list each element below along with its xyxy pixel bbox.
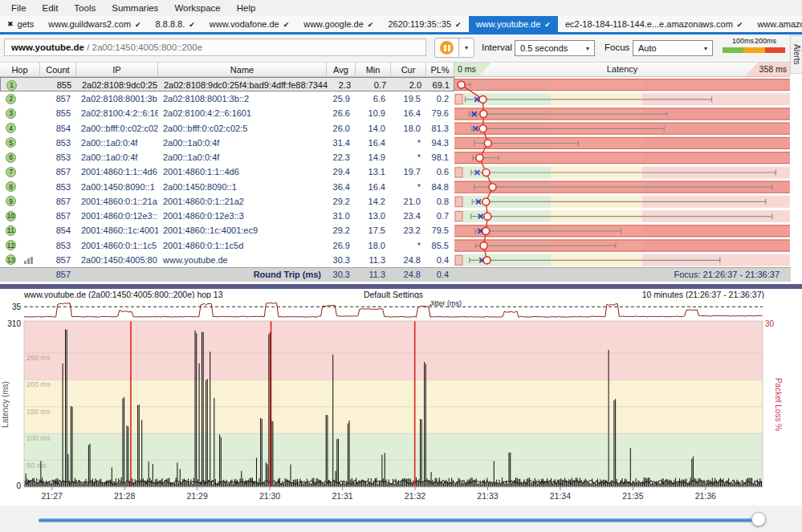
alerts-side-tab[interactable]: Alerts (790, 35, 802, 74)
focus-select[interactable]: Auto ▾ (633, 40, 713, 56)
trace-table-header: HopCountIPNameAvgMinCurPL% (0, 62, 454, 77)
tab-www-vodafone-de[interactable]: www.vodafone.de✔ (202, 16, 296, 32)
cell-min: 14.0 (356, 121, 391, 136)
jitter-chart: 35Jitter (ms) (0, 298, 802, 319)
interval-select[interactable]: 0.5 seconds ▾ (515, 40, 595, 56)
cell-ip: 2001:4860:1:1::4d6 (76, 164, 158, 179)
latency-whisker-chart (454, 77, 790, 267)
cell-pl: 79.5 (426, 223, 454, 238)
cell-pl: 98.1 (426, 150, 454, 164)
latency-timeline-chart: 250 ms200 ms150 ms100 ms50 ms310030Laten… (0, 319, 802, 506)
cell-count: 855 (40, 106, 76, 120)
latency-max-label: 358 ms (759, 64, 787, 74)
cell-ip: 2001:4860:0:1::1c5 (76, 238, 158, 253)
cell-min: 18.0 (356, 238, 391, 253)
pause-button[interactable] (434, 38, 459, 58)
cell-avg: 31.4 (327, 136, 356, 150)
tab-ec2-18-184-118-144-e-e-amazonaws-com[interactable]: ec2-18-184-118-144.e...e.amazonaws.com✔ (558, 16, 750, 32)
tab-www-amazon-c[interactable]: www.amazon.c (750, 16, 802, 32)
cell-avg: 25.9 (327, 91, 356, 106)
menu-file[interactable]: File (3, 2, 35, 14)
cell-count: 857 (40, 164, 76, 179)
target-address-box[interactable]: www.youtube.de / 2a00:1450:4005:800::200… (4, 39, 426, 56)
cell-cur: 19.7 (391, 164, 426, 179)
hop-row-8[interactable]: 88532a00:1450:8090::12a00:1450:8090::136… (0, 180, 454, 194)
pingplotter-window: FileEditToolsSummariesWorkspaceHelp ✖get… (0, 0, 802, 532)
menu-help[interactable]: Help (229, 2, 264, 14)
cell-ip: 2a00:1450:8090::1 (76, 180, 158, 194)
hop-row-4[interactable]: 48542a00::bfff:0:c02:c022a00::bfff:0:c02… (0, 121, 454, 136)
close-icon[interactable]: ✖ (7, 20, 14, 28)
cell-pl: 0.2 (426, 91, 454, 106)
cell-avg: 22.3 (327, 150, 356, 164)
cell-pl: 0.7 (426, 209, 454, 223)
tab-2620-119-35-35[interactable]: 2620:119:35::35✔ (381, 16, 468, 32)
tab-label: www.google.de (303, 19, 364, 29)
hop-number-badge: 9 (6, 196, 16, 206)
tab-label: www.amazon.c (757, 19, 802, 29)
hop-row-9[interactable]: 98572001:4860:0:1::21a2001:4860:0:1::21a… (0, 194, 454, 209)
tab-www-youtube-de[interactable]: www.youtube.de✔ (469, 16, 558, 32)
cell-min: 17.5 (356, 223, 391, 238)
latency-scale-legend (723, 47, 785, 53)
pause-dropdown-button[interactable]: ▾ (458, 38, 474, 58)
hop-row-11[interactable]: 118542001:4860::1c:40012001:4860::1c:400… (0, 223, 454, 238)
focus-value: Auto (638, 43, 657, 53)
column-header-cur[interactable]: Cur (391, 63, 426, 76)
hop-row-3[interactable]: 38552a02:8100:4:2::6:162a02:8100:4:2::6:… (0, 106, 454, 120)
cell-ip: 2001:4860::1c:4001 (76, 223, 158, 238)
footer-pl: 0.4 (426, 268, 454, 282)
scale-label-100ms: 100ms (732, 37, 754, 45)
tab-gets[interactable]: ✖gets (0, 16, 41, 32)
column-header-count[interactable]: Count (40, 63, 76, 76)
hop-row-13[interactable]: 138572a00:1450:4005:80www.youtube.de30.3… (0, 253, 454, 267)
cell-name: 2a00::1a0:0:4f (158, 136, 327, 150)
svg-text:21:28: 21:28 (114, 491, 135, 501)
column-header-pl[interactable]: PL% (426, 63, 454, 76)
menu-summaries[interactable]: Summaries (104, 2, 166, 14)
cell-name: 2a02:8108:8001:3b::2 (158, 91, 327, 106)
cell-pl: 79.6 (426, 106, 454, 120)
menu-edit[interactable]: Edit (35, 2, 67, 14)
hop-row-2[interactable]: 28572a02:8108:8001:3b2a02:8108:8001:3b::… (0, 91, 454, 106)
hop-row-7[interactable]: 78572001:4860:1:1::4d62001:4860:1:1::4d6… (0, 164, 454, 179)
cell-pl: 81.3 (426, 121, 454, 136)
column-header-avg[interactable]: Avg (327, 63, 356, 76)
cell-min: 14.9 (356, 150, 391, 164)
cell-pl: 94.3 (426, 136, 454, 150)
tab-8-8-8-8-[interactable]: 8.8.8.8.✔ (149, 16, 202, 32)
footer-min: 11.3 (356, 268, 391, 282)
hop-row-12[interactable]: 128532001:4860:0:1::1c52001:4860:0:1::1c… (0, 238, 454, 253)
cell-avg: 30.3 (327, 253, 356, 267)
hop-row-10[interactable]: 108572001:4860:0:12e3::2001:4860:0:12e3:… (0, 209, 454, 223)
column-header-ip[interactable]: IP (76, 63, 158, 76)
tab-label: www.vodafone.de (210, 19, 279, 29)
column-header-hop[interactable]: Hop (0, 63, 40, 76)
column-header-name[interactable]: Name (158, 63, 327, 76)
cell-min: 14.2 (356, 194, 391, 209)
svg-text:0: 0 (16, 481, 21, 490)
scale-segment (743, 47, 765, 53)
svg-text:21:30: 21:30 (259, 491, 280, 501)
cell-count: 857 (40, 209, 76, 223)
time-scrollbar-track[interactable] (39, 518, 759, 522)
hop-row-6[interactable]: 68532a00::1a0:0:4f2a00::1a0:0:4f22.314.9… (0, 150, 454, 164)
cell-pl: 0.8 (426, 194, 454, 209)
cell-ip: 2001:4860:0:12e3:: (76, 209, 158, 223)
check-icon: ✔ (135, 21, 141, 29)
panel-splitter[interactable] (0, 284, 802, 289)
cell-avg: 26.6 (327, 106, 356, 120)
cell-count: 853 (40, 150, 76, 164)
menu-tools[interactable]: Tools (66, 2, 104, 14)
svg-text:Jitter (ms): Jitter (ms) (429, 299, 462, 307)
hop-row-1[interactable]: 18552a02:8108:9dc0:252a02:8108:9dc0:25f4… (0, 77, 454, 91)
hop-row-5[interactable]: 58532a00::1a0:0:4f2a00::1a0:0:4f31.416.4… (0, 136, 454, 150)
tab-www-guildwars2-com[interactable]: www.guildwars2.com✔ (41, 16, 148, 32)
menu-workspace[interactable]: Workspace (166, 2, 228, 14)
tab-www-google-de[interactable]: www.google.de✔ (296, 16, 381, 32)
column-header-min[interactable]: Min (356, 63, 391, 76)
svg-text:200 ms: 200 ms (26, 380, 51, 388)
time-scrollbar-thumb[interactable] (751, 512, 766, 526)
cell-cur: * (391, 180, 426, 194)
cell-cur: 24.8 (391, 253, 426, 267)
